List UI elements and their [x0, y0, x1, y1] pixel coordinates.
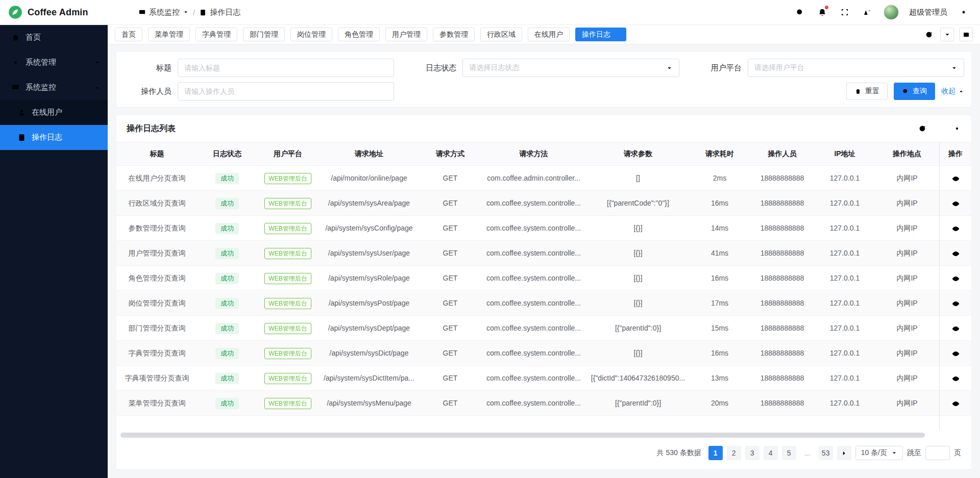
page-size-select[interactable]: 10 条/页 — [855, 446, 903, 460]
cell-request-params: [] — [586, 166, 690, 190]
view-detail-eye-icon[interactable] — [951, 249, 960, 258]
view-detail-eye-icon[interactable] — [951, 299, 960, 308]
sidebar-item-operation-log[interactable]: 操作日志 — [0, 125, 108, 150]
column-header[interactable]: 标题 — [116, 142, 198, 165]
view-detail-eye-icon[interactable] — [951, 349, 960, 358]
title-filter-input[interactable] — [178, 59, 394, 77]
sidebar-item-system-management[interactable]: 系统管理 — [0, 50, 108, 75]
view-detail-eye-icon[interactable] — [951, 174, 960, 183]
breadcrumb-page[interactable]: 操作日志 — [199, 8, 240, 17]
home-icon — [11, 33, 20, 42]
column-header[interactable]: 请求参数 — [586, 142, 690, 165]
refresh-table-icon[interactable] — [918, 124, 926, 133]
jump-page-input[interactable] — [925, 446, 950, 460]
page-tab[interactable]: 岗位管理 — [290, 28, 332, 41]
page-tab[interactable]: 参数管理 — [433, 28, 475, 41]
page-button[interactable]: 1 — [708, 446, 723, 460]
page-button[interactable]: 2 — [727, 446, 741, 460]
column-header[interactable]: 日志状态 — [198, 142, 257, 165]
column-header[interactable]: 用户平台 — [257, 142, 319, 165]
page-button[interactable]: ... — [800, 446, 815, 460]
column-settings-gear-icon[interactable] — [953, 124, 961, 133]
page-button[interactable]: 4 — [764, 446, 778, 460]
pagination-total: 共 530 条数据 — [657, 448, 701, 458]
search-button[interactable]: 查询 — [894, 83, 935, 100]
table-tools — [918, 124, 961, 133]
tab-close-icon[interactable] — [614, 32, 620, 37]
page-tab[interactable]: 角色管理 — [338, 28, 380, 41]
cell-platform: WEB管理后台 — [257, 216, 319, 240]
app-logo[interactable]: Coffee Admin — [0, 0, 108, 24]
page-tab[interactable]: 行政区域 — [480, 28, 522, 41]
column-header[interactable]: 操作 — [940, 142, 971, 165]
tab-label: 用户管理 — [392, 30, 421, 39]
column-header[interactable]: 操作人员 — [749, 142, 815, 165]
horizontal-scrollbar-thumb[interactable] — [120, 433, 925, 438]
reset-button[interactable]: 重置 — [846, 83, 888, 100]
sidebar-collapse-icon[interactable] — [118, 6, 130, 18]
username[interactable]: 超级管理员 — [909, 8, 947, 17]
view-detail-eye-icon[interactable] — [951, 324, 960, 333]
page-button[interactable]: 53 — [819, 446, 833, 460]
cell-request-function: com.coffee.system.controlle... — [481, 216, 586, 240]
translate-icon[interactable] — [861, 6, 873, 18]
cell-request-function: com.coffee.system.controlle... — [481, 341, 586, 365]
fullscreen-icon[interactable] — [839, 6, 851, 18]
tab-label: 参数管理 — [439, 30, 468, 39]
content-fullscreen-button[interactable] — [959, 28, 973, 41]
user-icon — [17, 108, 26, 117]
search-icon[interactable] — [794, 6, 806, 18]
sidebar-item-home[interactable]: 首页 — [0, 25, 108, 50]
next-page-button[interactable] — [837, 446, 851, 460]
page-tab[interactable]: 首页 — [115, 28, 142, 41]
column-header[interactable]: IP地址 — [815, 142, 874, 165]
cell-request-url: /api/system/sysConfig/page — [319, 216, 419, 240]
row-height-icon[interactable] — [936, 124, 944, 133]
settings-gear-icon[interactable] — [958, 6, 970, 18]
cell-platform: WEB管理后台 — [257, 316, 319, 340]
operator-filter-input[interactable] — [178, 82, 394, 100]
user-avatar[interactable] — [884, 5, 899, 20]
page-tab[interactable]: 在线用户 — [528, 28, 570, 41]
page-tab[interactable]: 部门管理 — [243, 28, 285, 41]
sidebar-item-online-users[interactable]: 在线用户 — [0, 100, 108, 125]
page-button[interactable]: 3 — [745, 446, 760, 460]
collapse-label: 收起 — [941, 87, 955, 96]
notification-bell-icon[interactable] — [816, 6, 828, 18]
platform-badge: WEB管理后台 — [264, 248, 311, 259]
tab-label: 首页 — [121, 30, 136, 39]
cell-ip: 127.0.0.1 — [815, 291, 874, 315]
cell-request-url: /api/system/sysArea/page — [319, 191, 419, 215]
top-header: Coffee Admin 系统监控 / 操作日志 超级管理员 — [0, 0, 980, 25]
cell-platform: WEB管理后台 — [257, 241, 319, 265]
view-detail-eye-icon[interactable] — [951, 374, 960, 383]
sidebar-submenu-system-monitor: 在线用户 操作日志 — [0, 100, 108, 150]
view-detail-eye-icon[interactable] — [951, 399, 960, 408]
column-header[interactable]: 请求耗时 — [690, 142, 749, 165]
cell-request-url: /api/system/sysMenu/page — [319, 391, 419, 415]
view-detail-eye-icon[interactable] — [951, 274, 960, 283]
tab-label: 操作日志 — [582, 30, 610, 39]
page-tab[interactable]: 菜单管理 — [148, 28, 190, 41]
cell-title: 字典管理分页查询 — [116, 341, 198, 365]
collapse-filters-link[interactable]: 收起 — [941, 87, 964, 96]
view-detail-eye-icon[interactable] — [951, 224, 960, 233]
page-button[interactable]: 5 — [782, 446, 796, 460]
column-header[interactable]: 请求方法 — [481, 142, 586, 165]
page-tab[interactable]: 用户管理 — [385, 28, 427, 41]
coffee-logo-icon — [8, 5, 22, 19]
refresh-page-icon[interactable] — [923, 29, 935, 41]
breadcrumb-section[interactable]: 系统监控 — [138, 8, 189, 17]
column-header[interactable]: 操作地点 — [874, 142, 940, 165]
tab-options-button[interactable] — [940, 28, 954, 41]
platform-select[interactable]: 请选择用户平台 — [748, 59, 964, 77]
sidebar-item-system-monitor[interactable]: 系统监控 — [0, 75, 108, 100]
column-header[interactable]: 请求地址 — [319, 142, 419, 165]
sidebar-item-label: 首页 — [26, 33, 41, 42]
view-detail-eye-icon[interactable] — [951, 199, 960, 208]
page-tab[interactable]: 操作日志 — [575, 28, 626, 41]
card-title: 操作日志列表 — [127, 123, 176, 134]
log-status-select[interactable]: 请选择日志状态 — [462, 59, 679, 77]
page-tab[interactable]: 字典管理 — [195, 28, 237, 41]
column-header[interactable]: 请求方式 — [419, 142, 481, 165]
